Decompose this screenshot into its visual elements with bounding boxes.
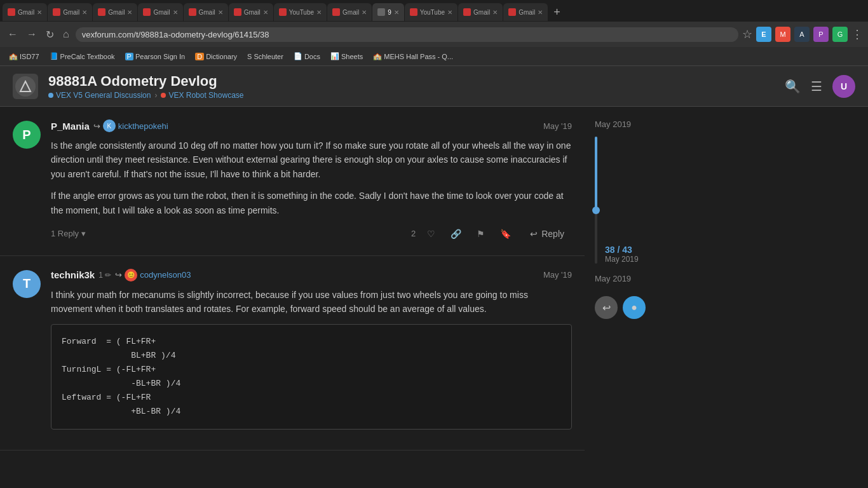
bookmark-isd77[interactable]: 🏫 ISD77 [5, 51, 43, 62]
link-button[interactable]: 🔗 [447, 226, 465, 241]
tab-gmail-9[interactable]: Gmail ✕ [503, 3, 548, 21]
tab-label: 9 [388, 9, 391, 16]
bookmark-pearson-label: Pearson Sign In [135, 53, 185, 60]
bookmark-hallpass-label: MEHS Hall Pass - Q... [384, 53, 453, 60]
tab-label: Gmail [342, 9, 359, 16]
reply-to-user-technik3k[interactable]: codynelson03 [140, 270, 191, 280]
bookmark-sheets[interactable]: 📊 Sheets [327, 51, 367, 62]
bookmark-star-icon[interactable]: ☆ [742, 27, 752, 41]
breadcrumb-showcase[interactable]: VEX Robot Showcase [161, 91, 243, 100]
bookmark-sheets-icon: 📊 [330, 52, 339, 60]
sidebar-bottom-actions: ↩ ● [595, 296, 702, 319]
tab-close[interactable]: ✕ [362, 9, 367, 16]
forward-button[interactable]: → [24, 26, 39, 43]
tab-close[interactable]: ✕ [394, 9, 399, 16]
tab-close[interactable]: ✕ [127, 9, 132, 16]
bookmark-hallpass[interactable]: 🏫 MEHS Hall Pass - Q... [369, 51, 457, 62]
forum-header-icons: 🔍 ☰ U [785, 75, 855, 98]
extension-icon-1[interactable]: E [756, 27, 771, 42]
post-username-technik3k[interactable]: technik3k [51, 269, 95, 280]
bookmark-post-button[interactable]: 🔖 [496, 226, 515, 241]
tab-bar: Gmail ✕ Gmail ✕ Gmail ✕ Gmail ✕ Gmail ✕ … [0, 0, 868, 22]
tab-gmail-4[interactable]: Gmail ✕ [138, 3, 182, 21]
forum-logo [13, 74, 38, 99]
progress-handle[interactable] [592, 207, 600, 214]
tab-label: Gmail [18, 9, 34, 16]
tab-label: Gmail [473, 9, 490, 16]
tab-close[interactable]: ✕ [538, 9, 543, 16]
tab-favicon [53, 8, 60, 16]
tab-close[interactable]: ✕ [173, 9, 178, 16]
reply-count-label: 1 Reply [51, 229, 79, 238]
sidebar-circle-button[interactable]: ● [623, 296, 646, 319]
bookmark-dictionary-label: Dictionary [206, 53, 237, 60]
avatar-technik3k: T [13, 270, 41, 298]
sidebar-circle-icon: ● [631, 302, 637, 313]
tab-youtube[interactable]: YouTube ✕ [274, 3, 327, 21]
main-layout: P P_Mania ↪ K kickthepokehi May '19 Is t… [0, 107, 868, 451]
forum-logo-inner [15, 76, 36, 97]
sidebar-bottom-date: May 2019 [595, 274, 702, 283]
bookmark-precalc-label: PreCalc Textbook [60, 53, 115, 60]
bookmark-icon: 🔖 [500, 229, 511, 239]
tab-close[interactable]: ✕ [263, 9, 268, 16]
flag-button[interactable]: ⚑ [473, 226, 489, 241]
tab-active[interactable]: 9 ✕ [372, 3, 404, 21]
vex-logo-icon [19, 80, 32, 93]
reply-to-user-p-mania[interactable]: kickthepokehi [118, 121, 168, 131]
tab-close[interactable]: ✕ [218, 9, 223, 16]
post-text-p-mania-1: Is the angle consistently around 10 deg … [51, 139, 572, 181]
tab-favicon [279, 8, 287, 16]
sidebar-reply-button[interactable]: ↩ [595, 296, 618, 319]
code-block-technik3k: Forward = ( FL+FR+ BL+BR )/4 TurningL = … [51, 324, 572, 430]
sidebar-top-date: May 2019 [595, 119, 702, 129]
reply-button-p-mania[interactable]: ↩ Reply [522, 225, 572, 243]
breadcrumb-dot-1 [48, 93, 53, 98]
breadcrumb-vex-v5[interactable]: VEX V5 General Discussion [48, 91, 151, 100]
extension-icon-3[interactable]: A [794, 27, 810, 42]
reply-label-p-mania: Reply [541, 229, 564, 239]
forum-header: 98881A Odometry Devlog VEX V5 General Di… [0, 66, 868, 107]
tab-close[interactable]: ✕ [492, 9, 498, 16]
tab-gmail-7[interactable]: Gmail ✕ [327, 3, 372, 21]
tab-label: Gmail [519, 9, 535, 16]
tab-gmail-5[interactable]: Gmail ✕ [184, 3, 228, 21]
bookmark-isd77-icon: 🏫 [9, 52, 18, 60]
like-button[interactable]: ♡ [423, 226, 439, 241]
tab-close[interactable]: ✕ [316, 9, 322, 16]
new-tab-button[interactable]: + [548, 6, 566, 19]
expand-replies-button[interactable]: 1 Reply ▾ [51, 229, 86, 238]
bookmark-docs[interactable]: 📄 Docs [290, 51, 324, 62]
user-avatar[interactable]: U [832, 75, 855, 98]
bookmark-dictionary[interactable]: D Dictionary [191, 51, 241, 62]
tab-close[interactable]: ✕ [82, 9, 87, 16]
extension-icon-4[interactable]: P [813, 27, 829, 42]
tab-gmail-3[interactable]: Gmail ✕ [93, 3, 137, 21]
extension-icon-5[interactable]: G [832, 27, 848, 42]
post-p-mania: P P_Mania ↪ K kickthepokehi May '19 Is t… [0, 107, 585, 256]
search-icon[interactable]: 🔍 [785, 79, 801, 94]
tab-gmail-2[interactable]: Gmail ✕ [48, 3, 92, 21]
bookmark-precalc[interactable]: 📘 PreCalc Textbook [46, 51, 119, 62]
reply-indicator-technik3k: ↪ 😊 codynelson03 [115, 269, 191, 281]
tab-youtube-2[interactable]: YouTube ✕ [405, 3, 458, 21]
bookmark-docs-icon: 📄 [294, 52, 302, 60]
home-button[interactable]: ⌂ [60, 26, 72, 43]
tab-gmail-6[interactable]: Gmail ✕ [229, 3, 273, 21]
extension-icon-2[interactable]: M [775, 27, 790, 42]
tab-close[interactable]: ✕ [37, 9, 42, 16]
back-button[interactable]: ← [5, 26, 20, 43]
tab-gmail-1[interactable]: Gmail ✕ [3, 3, 47, 21]
tab-close[interactable]: ✕ [447, 9, 452, 16]
bookmark-pearson[interactable]: P Pearson Sign In [121, 51, 189, 62]
reload-button[interactable]: ↻ [43, 26, 57, 43]
menu-dots-icon[interactable]: ⋮ [851, 27, 863, 41]
bookmark-schleuter[interactable]: S Schleuter [243, 51, 287, 62]
edit-indicator: 1 ✏ [98, 271, 111, 280]
reply-icon: ↩ [530, 229, 538, 239]
post-username-p-mania[interactable]: P_Mania [51, 121, 90, 132]
menu-icon[interactable]: ☰ [811, 79, 822, 94]
address-bar[interactable]: vexforum.com/t/98881a-odometry-devlog/61… [76, 27, 738, 42]
breadcrumb-label-1: VEX V5 General Discussion [56, 91, 151, 100]
tab-gmail-8[interactable]: Gmail ✕ [458, 3, 503, 21]
